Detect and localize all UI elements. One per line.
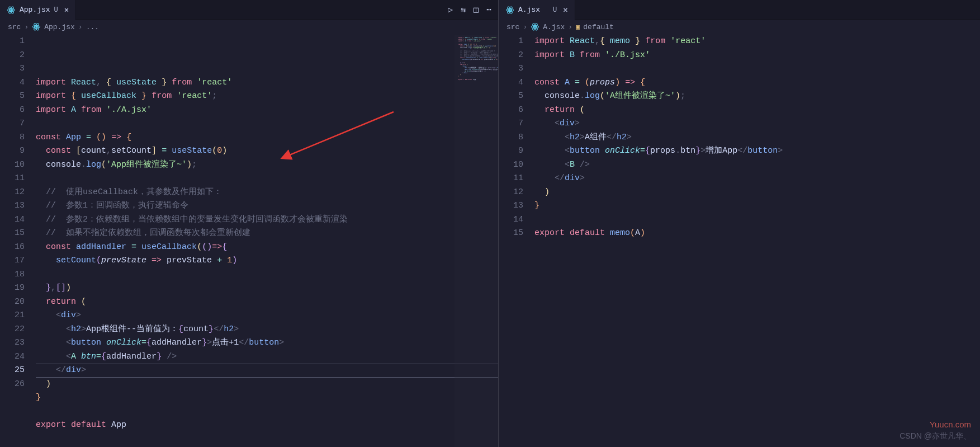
chevron-right-icon: › bbox=[78, 23, 83, 31]
code-line[interactable]: import B from './B.jsx' bbox=[534, 49, 980, 63]
code-line[interactable] bbox=[534, 213, 980, 227]
compare-icon[interactable]: ⇆ bbox=[461, 4, 466, 15]
code-line[interactable]: <button onClick={addHandler}>点击+1</butto… bbox=[36, 336, 498, 350]
tab-status: U bbox=[54, 6, 58, 14]
code-line[interactable] bbox=[36, 405, 498, 419]
code-line[interactable] bbox=[534, 62, 980, 76]
close-icon[interactable]: ✕ bbox=[563, 5, 567, 15]
code-line[interactable]: console.log('A组件被渲染了~'); bbox=[534, 90, 980, 103]
editor-right-pane: A.jsx U ✕ src › A.jsx › ▣ default 123456… bbox=[499, 0, 980, 447]
code-line[interactable]: // 使用useCallback，其参数及作用如下： bbox=[36, 186, 498, 200]
symbol-icon: ▣ bbox=[576, 23, 580, 31]
code-line[interactable]: const App = () => { bbox=[36, 131, 498, 145]
more-icon[interactable]: ⋯ bbox=[486, 4, 491, 15]
code-line[interactable]: <div> bbox=[534, 117, 980, 131]
react-icon bbox=[7, 6, 16, 15]
tab-filename: A.jsx bbox=[518, 6, 540, 14]
code-line[interactable]: // 参数1：回调函数，执行逻辑命令 bbox=[36, 199, 498, 213]
code-line[interactable]: const [count,setCount] = useState(0) bbox=[36, 144, 498, 158]
code-line[interactable]: return ( bbox=[36, 295, 498, 309]
svg-point-9 bbox=[509, 9, 511, 11]
code-area[interactable]: import React, { useState } from 'react'i… bbox=[36, 35, 498, 447]
code-line[interactable]: </div> bbox=[36, 364, 498, 378]
tab-app-jsx[interactable]: App.jsx U ✕ bbox=[0, 0, 76, 20]
code-line[interactable]: ) bbox=[534, 186, 980, 200]
code-line[interactable]: } bbox=[36, 391, 498, 405]
react-icon bbox=[505, 6, 514, 15]
code-line[interactable]: <h2>App根组件--当前值为：{count}</h2> bbox=[36, 323, 498, 337]
code-line[interactable]: // 参数2：依赖数组，当依赖数组中的变量发生变化时回调函数才会被重新渲染 bbox=[36, 213, 498, 227]
breadcrumb-item[interactable]: A.jsx bbox=[543, 23, 565, 31]
close-icon[interactable]: ✕ bbox=[64, 5, 69, 15]
code-line[interactable]: </div> bbox=[534, 172, 980, 186]
code-line[interactable]: console.log('App组件被渲染了~'); bbox=[36, 158, 498, 172]
chevron-right-icon: › bbox=[568, 23, 572, 31]
code-line[interactable] bbox=[36, 117, 498, 131]
svg-point-0 bbox=[11, 9, 12, 11]
watermark-line1: Yuucn.com bbox=[899, 420, 971, 429]
code-line[interactable]: // 如果不指定依赖数组，回调函数每次都会重新创建 bbox=[36, 227, 498, 241]
code-line[interactable]: export default App bbox=[36, 418, 498, 432]
tab-filename: App.jsx bbox=[20, 6, 50, 14]
tab-status: U bbox=[553, 6, 557, 14]
breadcrumb-right[interactable]: src › A.jsx › ▣ default bbox=[499, 20, 980, 35]
tab-bar-right: A.jsx U ✕ bbox=[499, 0, 980, 20]
code-line[interactable]: return ( bbox=[534, 103, 980, 117]
react-icon bbox=[531, 22, 539, 31]
code-area[interactable]: import React,{ memo } from 'react'import… bbox=[534, 35, 980, 447]
code-line[interactable]: },[]) bbox=[36, 281, 498, 295]
breadcrumb-item[interactable]: default bbox=[583, 23, 614, 31]
code-line[interactable] bbox=[36, 172, 498, 186]
code-line[interactable]: ) bbox=[36, 378, 498, 392]
breadcrumb-item[interactable]: App.jsx bbox=[44, 23, 75, 31]
breadcrumb-item[interactable]: src bbox=[506, 23, 519, 31]
code-line[interactable]: import { useCallback } from 'react'; bbox=[36, 90, 498, 103]
react-icon bbox=[32, 22, 41, 31]
breadcrumb-item[interactable]: src bbox=[8, 23, 21, 31]
code-line[interactable]: <div> bbox=[36, 309, 498, 323]
code-line[interactable]: import A from './A.jsx' bbox=[36, 103, 498, 117]
watermark-line2: CSDN @亦世凡华、 bbox=[899, 431, 971, 441]
code-editor-right[interactable]: 123456789101112131415 import React,{ mem… bbox=[499, 35, 980, 447]
tab-a-jsx[interactable]: A.jsx U ✕ bbox=[499, 0, 575, 20]
code-line[interactable]: const A = (props) => { bbox=[534, 76, 980, 90]
svg-point-13 bbox=[534, 26, 536, 28]
code-line[interactable]: export default memo(A) bbox=[534, 227, 980, 241]
minimap[interactable]: import React, { useState } from 'react'i… bbox=[455, 35, 498, 447]
watermark: Yuucn.com CSDN @亦世凡华、 bbox=[899, 420, 971, 441]
code-line[interactable]: setCount(prevState => prevState + 1) bbox=[36, 254, 498, 268]
code-line[interactable]: import React, { useState } from 'react' bbox=[36, 76, 498, 90]
breadcrumb-item[interactable]: ... bbox=[86, 23, 99, 31]
code-line[interactable]: const addHandler = useCallback(()=>{ bbox=[36, 241, 498, 255]
run-icon[interactable]: ▷ bbox=[448, 4, 453, 15]
code-line[interactable]: } bbox=[534, 199, 980, 213]
breadcrumb-left[interactable]: src › App.jsx › ... bbox=[0, 20, 498, 35]
code-line[interactable]: <button onClick={props.btn}>增加App</butto… bbox=[534, 144, 980, 158]
chevron-right-icon: › bbox=[523, 23, 527, 31]
code-line[interactable] bbox=[36, 268, 498, 282]
code-line[interactable]: <A btn={addHandler} /> bbox=[36, 350, 498, 364]
chevron-right-icon: › bbox=[24, 23, 29, 31]
editor-toolbar: ▷ ⇆ ◫ ⋯ bbox=[448, 4, 498, 15]
line-gutter: 1234567891011121314151617181920212223242… bbox=[0, 35, 36, 447]
split-icon[interactable]: ◫ bbox=[474, 4, 479, 15]
svg-point-4 bbox=[36, 26, 37, 28]
code-editor-left[interactable]: 1234567891011121314151617181920212223242… bbox=[0, 35, 498, 447]
editor-left-pane: App.jsx U ✕ ▷ ⇆ ◫ ⋯ src › App.jsx › ... … bbox=[0, 0, 499, 447]
code-line[interactable]: <h2>A组件</h2> bbox=[534, 131, 980, 145]
tab-bar-left: App.jsx U ✕ ▷ ⇆ ◫ ⋯ bbox=[0, 0, 498, 20]
line-gutter: 123456789101112131415 bbox=[499, 35, 534, 447]
code-line[interactable]: <B /> bbox=[534, 158, 980, 172]
code-line[interactable]: import React,{ memo } from 'react' bbox=[534, 35, 980, 49]
